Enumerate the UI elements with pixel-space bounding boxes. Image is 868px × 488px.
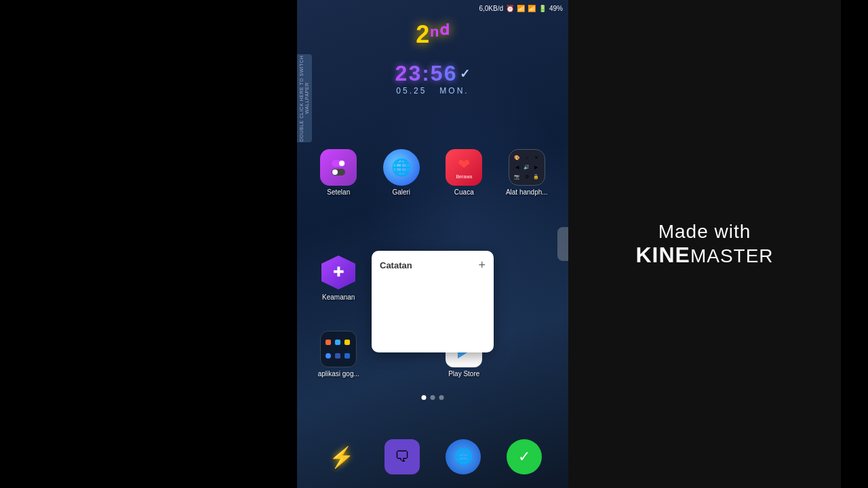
app-aplikasi-google[interactable]: aplikasi gog... xyxy=(311,331,367,378)
aplikasi-label: aplikasi gog... xyxy=(318,370,359,378)
master-text: MASTER xyxy=(690,245,774,266)
setelan-icon xyxy=(320,149,357,186)
cuaca-label: Cuaca xyxy=(454,188,474,196)
clock-logo: 2ⁿᵈ xyxy=(406,20,460,61)
kinemaster-panel: Made with KINEMASTER xyxy=(568,0,841,488)
left-black-panel xyxy=(0,0,297,488)
app-keamanan[interactable]: ✚ Keamanan xyxy=(311,254,367,301)
clock-widget: 2ⁿᵈ 23:56 ✓ 05.25 MON. xyxy=(395,20,471,96)
scroll-handle[interactable] xyxy=(557,227,568,261)
alat-icon: 🎨 ☆ ✕ ◀ 🔊 ▶ 📷 ⚙ 🔒 xyxy=(509,149,545,186)
clock-icon: ⏰ xyxy=(506,5,514,12)
made-with-text: Made with xyxy=(658,221,751,242)
dock: ⚡ 🗨 🌐 ✓ xyxy=(297,439,568,474)
note-body[interactable] xyxy=(380,277,486,344)
dock-chat-app[interactable]: 🗨 xyxy=(384,439,420,474)
alat-label: Alat handph... xyxy=(506,188,548,196)
dock-whatsapp-app[interactable]: ✓ xyxy=(507,439,542,474)
galeri-icon: 🌐 xyxy=(383,149,420,186)
wallpaper-switch-tab[interactable]: DOUBLE CLICK HERE TO SWITCH WALLPAPER xyxy=(297,54,312,142)
dot-3[interactable] xyxy=(439,395,444,400)
signal-icon: 📶 xyxy=(517,5,525,12)
battery-level: 49% xyxy=(549,5,563,12)
dock-bolt-app[interactable]: ⚡ xyxy=(323,439,359,474)
clock-time: 23:56 xyxy=(395,61,458,86)
note-widget[interactable]: Catatan + xyxy=(372,251,494,352)
clock-date: 05.25 MON. xyxy=(395,86,471,96)
app-alat-handphone[interactable]: 🎨 ☆ ✕ ◀ 🔊 ▶ 📷 ⚙ 🔒 Alat handph... xyxy=(499,149,555,196)
aplikasi-icon xyxy=(320,331,357,367)
galeri-label: Galeri xyxy=(392,188,410,196)
kinemaster-branding: Made with KINEMASTER xyxy=(635,221,773,268)
dot-1[interactable] xyxy=(422,395,427,400)
dot-2[interactable] xyxy=(431,395,435,400)
side-tab-label: DOUBLE CLICK HERE TO SWITCH WALLPAPER xyxy=(299,54,311,142)
note-header: Catatan + xyxy=(380,259,486,271)
keamanan-label: Keamanan xyxy=(322,293,355,301)
app-galeri[interactable]: 🌐 Galeri xyxy=(374,149,430,196)
status-bar: 6,0KB/d ⏰ 📶 📶 🔋 49% xyxy=(297,0,568,16)
app-cuaca[interactable]: ❤ Berawa Cuaca xyxy=(436,149,492,196)
keamanan-icon: ✚ xyxy=(320,254,357,291)
battery-icon: 🔋 xyxy=(538,5,547,12)
data-speed: 6,0KB/d xyxy=(479,5,503,12)
kine-text: KINE xyxy=(635,243,690,267)
page-dots xyxy=(422,395,444,400)
note-title: Catatan xyxy=(380,260,412,270)
note-add-button[interactable]: + xyxy=(478,259,486,271)
app-grid-row1: Setelan 🌐 Galeri ❤ Berawa Cuaca 🎨 ☆ ✕ ◀ … xyxy=(297,149,568,196)
setelan-label: Setelan xyxy=(327,188,350,196)
dock-browser-app[interactable]: 🌐 xyxy=(446,439,481,474)
signal2-icon: 📶 xyxy=(528,5,536,12)
playstore-label: Play Store xyxy=(448,370,479,378)
app-setelan[interactable]: Setelan xyxy=(311,149,367,196)
cuaca-icon: ❤ Berawa xyxy=(446,149,482,186)
svg-text:✚: ✚ xyxy=(333,264,344,279)
phone-screen: 6,0KB/d ⏰ 📶 📶 🔋 49% DOUBLE CLICK HERE TO… xyxy=(297,0,568,488)
